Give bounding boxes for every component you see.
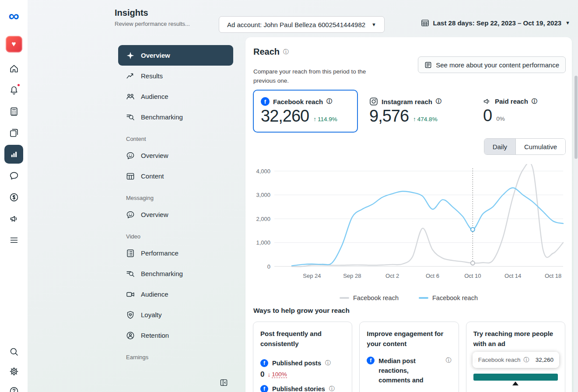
- notifications-button[interactable]: [4, 80, 23, 99]
- inbox-button[interactable]: [4, 166, 23, 185]
- nav-item-results[interactable]: Results: [118, 66, 233, 86]
- up-arrow-icon: ↑: [313, 116, 316, 122]
- monetization-button[interactable]: [4, 188, 23, 206]
- nav-item-overview[interactable]: Overview: [118, 45, 233, 66]
- nav-item-audience[interactable]: Audience: [118, 86, 233, 107]
- svg-text:2,000: 2,000: [256, 216, 270, 222]
- page-avatar[interactable]: ♥: [6, 36, 22, 52]
- info-icon[interactable]: ⓘ: [283, 48, 289, 56]
- reach-panel: Reach ⓘ Compare your reach from this per…: [245, 37, 572, 392]
- help-button[interactable]: [5, 382, 23, 392]
- reach-tooltip: Facebook reach ⓘ 32,260: [473, 352, 559, 368]
- all-tools-button[interactable]: [4, 231, 23, 249]
- search-icon: [9, 346, 19, 357]
- nav-item-performance[interactable]: Performance: [118, 243, 233, 263]
- ads-button[interactable]: [4, 209, 23, 228]
- reach-progress-bar: [473, 374, 558, 381]
- nav-item-label: Overview: [141, 52, 170, 59]
- info-icon[interactable]: ⓘ: [325, 359, 331, 367]
- instagram-reach-card[interactable]: Instagram reach ⓘ 9,576 ↑474.8%: [361, 90, 472, 133]
- heart-icon: ♥: [11, 40, 16, 49]
- metric-delta: ↑114.9%: [313, 116, 337, 125]
- date-range-label: Last 28 days: Sep 22, 2023 – Oct 19, 202…: [433, 19, 562, 27]
- date-range-selector[interactable]: Last 28 days: Sep 22, 2023 – Oct 19, 202…: [418, 18, 573, 28]
- grow-card-post-frequently: Post frequently and consistently f Publi…: [253, 322, 352, 392]
- grow-card-try-ad: Try reaching more people with an ad Face…: [466, 322, 565, 392]
- grow-card-improve-engagement: Improve engagement for your content f Me…: [359, 322, 459, 392]
- left-rail: ∞ ♥: [0, 0, 28, 392]
- metric-label: Paid reach: [495, 98, 528, 105]
- info-icon[interactable]: ⓘ: [532, 98, 537, 105]
- content-button[interactable]: [4, 123, 23, 142]
- gear-icon: [9, 366, 19, 377]
- facebook-reach-card[interactable]: f Facebook reach ⓘ 32,260 ↑114.9%: [253, 90, 358, 133]
- instagram-icon: [369, 97, 378, 106]
- audience-icon: [126, 92, 135, 101]
- nav-item-benchmarking[interactable]: Benchmarking: [118, 107, 233, 127]
- nav-item-video-audience[interactable]: Audience: [118, 284, 233, 304]
- nav-section-earnings: Earnings: [118, 346, 233, 364]
- search-button[interactable]: [5, 343, 23, 360]
- legend-label: Facebook reach: [432, 294, 478, 301]
- svg-text:Oct 6: Oct 6: [426, 273, 439, 279]
- settings-button[interactable]: [5, 363, 23, 380]
- nav-item-messaging-overview[interactable]: Overview: [118, 204, 233, 225]
- collapse-sidebar-icon: [220, 378, 228, 387]
- published-posts-row: f Published posts ⓘ: [260, 359, 345, 367]
- benchmarking-icon: [126, 113, 135, 122]
- bar-marker-icon: [512, 382, 518, 385]
- reach-chart[interactable]: 01,0002,0003,0004,000Sep 24Sep 28Oct 2Oc…: [249, 164, 568, 283]
- billing-button[interactable]: [4, 102, 23, 121]
- home-icon: [9, 63, 19, 74]
- ad-account-label: Ad account: John Paul Belleza 6002541444…: [227, 21, 365, 28]
- chevron-down-icon: ▼: [565, 21, 570, 25]
- posts-icon: [9, 128, 19, 138]
- grow-card-title: Try reaching more people with an ad: [473, 329, 558, 349]
- nav-item-label: Audience: [141, 290, 168, 298]
- nav-item-retention[interactable]: Retention: [118, 325, 233, 346]
- nav-item-label: Benchmarking: [141, 113, 183, 121]
- info-icon[interactable]: ⓘ: [446, 357, 452, 364]
- toggle-daily[interactable]: Daily: [484, 139, 515, 154]
- nav-item-content[interactable]: Content: [118, 166, 233, 186]
- performance-icon: [126, 249, 135, 258]
- spark-icon: [126, 51, 135, 60]
- nav-item-video-benchmarking[interactable]: Benchmarking: [118, 263, 233, 284]
- nav-item-label: Audience: [141, 93, 168, 100]
- metric-delta: 0%: [496, 116, 505, 125]
- legend-swatch-current: [419, 297, 428, 299]
- paid-reach-card[interactable]: Paid reach ⓘ 0 0%: [475, 90, 571, 133]
- comment-icon: [126, 210, 135, 219]
- median-reactions-row: f Median post reactions, comments and ⓘ: [367, 357, 451, 385]
- metric-delta: ↑474.8%: [413, 116, 438, 125]
- home-button[interactable]: [4, 59, 23, 78]
- table-icon: [126, 172, 135, 181]
- page-title: Insights: [115, 8, 190, 18]
- svg-text:0: 0: [267, 263, 270, 270]
- insights-button[interactable]: [4, 145, 23, 164]
- scrollbar-thumb[interactable]: [574, 76, 578, 159]
- paid-megaphone-icon: [483, 97, 491, 105]
- info-icon[interactable]: ⓘ: [329, 385, 335, 392]
- question-icon: [9, 386, 19, 392]
- collapse-sidebar-button[interactable]: [218, 377, 229, 388]
- meta-logo[interactable]: ∞: [8, 6, 19, 26]
- megaphone-icon: [9, 214, 19, 224]
- toggle-cumulative[interactable]: Cumulative: [515, 139, 565, 154]
- info-icon[interactable]: ⓘ: [326, 98, 332, 105]
- chart-view-toggle: Daily Cumulative: [484, 138, 566, 155]
- see-more-button[interactable]: See more about your content performance: [418, 56, 566, 73]
- scrollbar-track[interactable]: [574, 37, 578, 392]
- nav-item-label: Overview: [141, 211, 168, 218]
- info-icon[interactable]: ⓘ: [436, 98, 441, 105]
- nav-item-content-overview[interactable]: Overview: [118, 145, 233, 166]
- svg-text:3,000: 3,000: [256, 192, 270, 198]
- reach-description: Compare your reach from this period to t…: [253, 67, 385, 86]
- chart-legend: Facebook reach Facebook reach: [245, 294, 572, 301]
- grow-cards-row: Post frequently and consistently f Publi…: [253, 322, 565, 392]
- reach-heading: Reach: [253, 47, 280, 57]
- info-icon[interactable]: ⓘ: [523, 356, 529, 364]
- insights-sidebar: Overview Results Audience Benchmarking C…: [118, 45, 233, 364]
- ad-account-selector[interactable]: Ad account: John Paul Belleza 6002541444…: [219, 16, 385, 33]
- nav-item-loyalty[interactable]: Loyalty: [118, 304, 233, 325]
